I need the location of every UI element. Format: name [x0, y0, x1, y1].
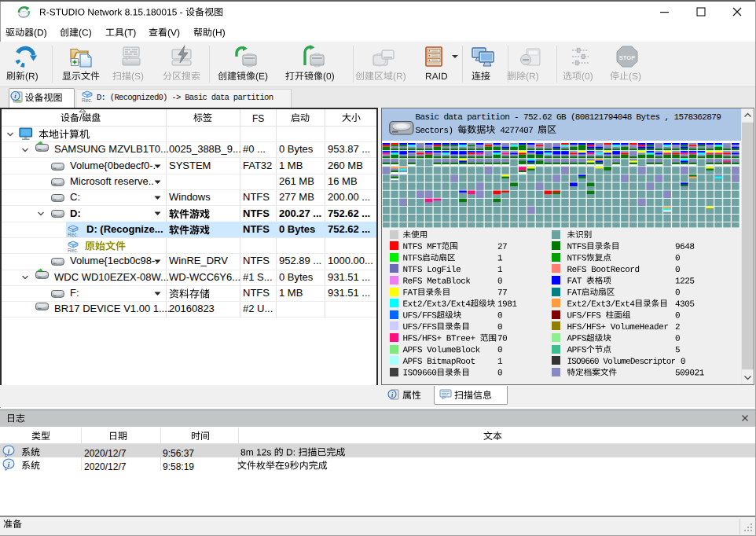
svg-text:STOP: STOP — [619, 54, 635, 61]
svg-text:Rec.: Rec. — [68, 232, 79, 237]
svg-text:Rec.: Rec. — [82, 97, 93, 103]
svg-text:Rec.: Rec. — [68, 248, 79, 253]
